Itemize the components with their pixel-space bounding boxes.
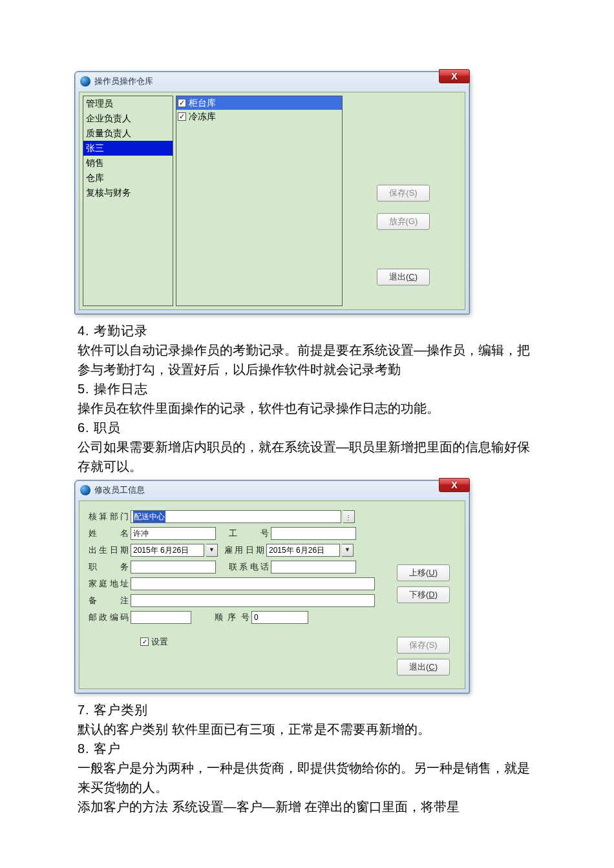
exit-button[interactable]: 退出(C) [377, 269, 430, 285]
employee-dialog: 修改员工信息 X 核算部门 配送中心 ⋮ 姓 名 许冲 工 号 出生日期 201… [74, 480, 470, 694]
list-item[interactable]: 销售 [83, 156, 173, 170]
close-button[interactable]: X [439, 478, 470, 492]
label-phone: 联系电话 [229, 561, 269, 574]
move-up-button[interactable]: 上移(U) [397, 564, 450, 581]
paragraph: 一般客户是分为两种，一种是供货商，即提供货物给你的。另一种是销售，就是来买货物的… [78, 758, 536, 797]
app-icon [80, 76, 90, 87]
document-body: 4. 考勤记录 软件可以自动记录操作员的考勤记录。前提是要在系统设置—操作员，编… [0, 321, 614, 476]
list-item[interactable]: 质量负责人 [83, 126, 173, 141]
discard-button[interactable]: 放弃(G) [377, 213, 430, 230]
dialog-body: 管理员 企业负责人 质量负责人 张三 销售 仓库 复核与财务 ✓ 柜台库 ✓ 冷… [79, 92, 465, 310]
dropdown-icon[interactable]: ▼ [206, 544, 218, 557]
operator-list[interactable]: 管理员 企业负责人 质量负责人 张三 销售 仓库 复核与财务 [83, 96, 173, 306]
postcode-input[interactable] [131, 611, 191, 624]
checklist-item-selected[interactable]: ✓ 柜台库 [176, 96, 342, 110]
save-button[interactable]: 保存(S) [397, 637, 450, 654]
seq-input[interactable]: 0 [251, 611, 308, 624]
addr-input[interactable] [131, 577, 375, 590]
paragraph: 操作员在软件里面操作的记录，软件也有记录操作日志的功能。 [78, 398, 536, 418]
label-dob: 出生日期 [89, 544, 129, 557]
list-item[interactable]: 管理员 [83, 96, 173, 111]
heading-5: 5. 操作日志 [78, 379, 536, 398]
dialog-body: 核算部门 配送中心 ⋮ 姓 名 许冲 工 号 出生日期 2015年 6月26日 … [79, 501, 465, 689]
label-name: 姓 名 [89, 527, 129, 540]
checkbox-icon[interactable]: ✓ [140, 637, 149, 646]
checkbox-icon[interactable]: ✓ [178, 99, 186, 107]
paragraph: 添加客户的方法 系统设置—客户—新增 在弹出的窗口里面，将带星 [78, 797, 536, 816]
heading-8: 8. 客户 [78, 739, 536, 758]
label-job: 职 务 [89, 561, 129, 574]
dropdown-icon[interactable]: ▼ [342, 544, 354, 557]
checklist-label: 冷冻库 [189, 110, 216, 123]
dialog-title: 操作员操作仓库 [94, 75, 153, 88]
dob-input[interactable]: 2015年 6月26日 [131, 544, 204, 557]
checkbox-label: 设置 [151, 636, 168, 648]
warehouse-dialog: 操作员操作仓库 X 管理员 企业负责人 质量负责人 张三 销售 仓库 复核与财务… [74, 71, 470, 315]
checklist-item[interactable]: ✓ 冷冻库 [176, 110, 342, 123]
button-panel: 保存(S) 放弃(G) 退出(C) [345, 96, 461, 306]
save-button[interactable]: 保存(S) [377, 185, 430, 202]
dialog-title: 修改员工信息 [94, 484, 145, 497]
phone-input[interactable] [271, 561, 356, 574]
app-icon [80, 485, 90, 495]
name-input[interactable]: 许冲 [131, 527, 216, 540]
label-postcode: 邮政编码 [89, 611, 129, 624]
lookup-button[interactable]: ⋮ [343, 510, 355, 523]
titlebar[interactable]: 操作员操作仓库 X [75, 72, 469, 91]
label-dept: 核算部门 [89, 510, 129, 523]
heading-4: 4. 考勤记录 [78, 321, 536, 340]
button-panel: 上移(U) 下移(D) 保存(S) 退出(C) [385, 506, 462, 683]
close-button[interactable]: X [439, 69, 470, 83]
label-hiredate: 雇用日期 [224, 544, 264, 557]
list-item[interactable]: 复核与财务 [83, 185, 173, 200]
list-item[interactable]: 仓库 [83, 170, 173, 185]
job-input[interactable] [131, 561, 216, 574]
titlebar[interactable]: 修改员工信息 X [75, 480, 469, 500]
label-addr: 家庭地址 [89, 577, 129, 590]
paragraph: 公司如果需要新增店内职员的，就在系统设置—职员里新增把里面的信息输好保存就可以。 [78, 437, 536, 476]
checkbox-icon[interactable]: ✓ [178, 112, 186, 121]
document-body: 7. 客户类别 默认的客户类别 软件里面已有三项，正常是不需要再新增的。 8. … [0, 700, 614, 816]
dept-input[interactable]: 配送中心 [131, 510, 341, 523]
label-note: 备 注 [89, 594, 129, 607]
employee-form: 核算部门 配送中心 ⋮ 姓 名 许冲 工 号 出生日期 2015年 6月26日 … [82, 506, 385, 683]
exit-button[interactable]: 退出(C) [397, 659, 450, 676]
checklist-label: 柜台库 [189, 96, 216, 110]
label-empno: 工 号 [229, 527, 269, 540]
paragraph: 默认的客户类别 软件里面已有三项，正常是不需要再新增的。 [78, 719, 536, 739]
empno-input[interactable] [271, 527, 356, 540]
list-item[interactable]: 企业负责人 [83, 111, 173, 126]
heading-6: 6. 职员 [78, 418, 536, 437]
warehouse-list[interactable]: ✓ 柜台库 ✓ 冷冻库 [176, 96, 343, 306]
paragraph: 软件可以自动记录操作员的考勤记录。前提是要在系统设置—操作员，编辑，把参与考勤打… [78, 340, 536, 379]
move-down-button[interactable]: 下移(D) [397, 586, 450, 603]
label-seq: 顺 序 号 [215, 611, 249, 624]
list-item-selected[interactable]: 张三 [83, 141, 173, 156]
heading-7: 7. 客户类别 [78, 700, 536, 719]
note-input[interactable] [131, 594, 375, 607]
hiredate-input[interactable]: 2015年 6月26日 [266, 544, 340, 557]
settings-checkbox[interactable]: ✓ 设置 [140, 636, 168, 648]
